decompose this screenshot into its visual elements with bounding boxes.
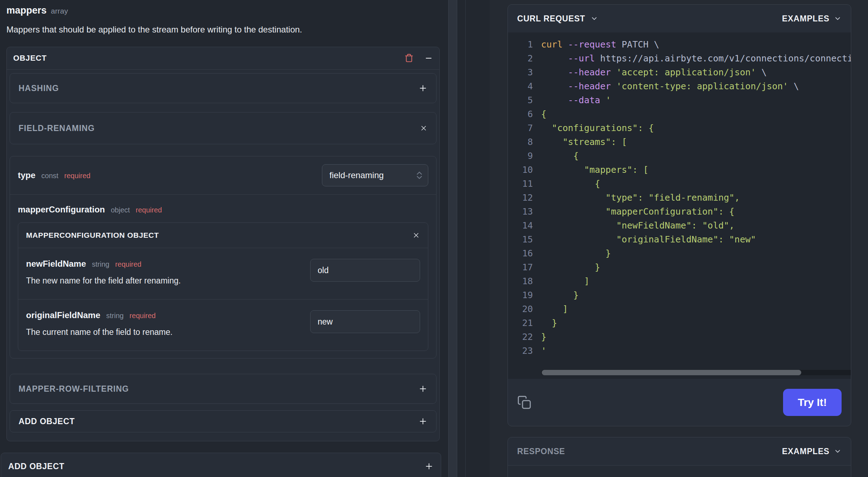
code-line: 11 { (508, 177, 851, 191)
code-line: 4 --header 'content-type: application/js… (508, 79, 851, 93)
original-field-name-input[interactable] (310, 310, 420, 333)
plus-icon (418, 384, 428, 393)
collapse-object-button[interactable] (424, 54, 433, 62)
code-line: 23' (508, 344, 851, 358)
section-mapper-row-filtering-label: MAPPER-ROW-FILTERING (19, 384, 129, 394)
mapper-configuration-card: MAPPERCONFIGURATION OBJECT newFieldName (18, 222, 428, 351)
original-field-name-kind: string (106, 312, 124, 320)
code-line: 1curl --request PATCH \ (508, 37, 851, 51)
code-line: 3 --header 'accept: application/json' \ (508, 65, 851, 79)
code-lines: 1curl --request PATCH \2 --url https://a… (508, 37, 851, 358)
field-renaming-body: type const required field-renaming (10, 156, 436, 358)
mapper-configuration-kind: object (111, 206, 130, 214)
type-field-kind: const (41, 172, 59, 180)
mapper-configuration-name: mapperConfiguration (18, 205, 105, 214)
type-field-name: type (18, 170, 35, 180)
code-block: 1curl --request PATCH \2 --url https://a… (508, 32, 851, 379)
curl-request-header: CURL REQUEST EXAMPLES (508, 5, 851, 32)
type-field-required: required (64, 172, 90, 180)
code-line: 14 "newFieldName": "old", (508, 219, 851, 232)
code-line: 16 } (508, 246, 851, 260)
code-line: 10 "mappers": [ (508, 163, 851, 177)
original-field-name-name: originalFieldName (26, 310, 100, 320)
copy-icon (517, 395, 531, 410)
chevron-down-icon (834, 447, 842, 455)
code-line: 6{ (508, 107, 851, 121)
add-object-button[interactable]: ADD OBJECT (10, 410, 436, 432)
response-body (508, 465, 851, 477)
section-field-renaming[interactable]: FIELD-RENAMING (10, 112, 436, 144)
mapper-configuration-row: mapperConfiguration object required MAPP… (10, 195, 436, 358)
plus-icon (418, 84, 428, 93)
section-field-renaming-label: FIELD-RENAMING (19, 124, 95, 133)
object-card: OBJECT HASHING (6, 47, 440, 441)
new-field-name-input[interactable] (310, 259, 420, 282)
original-field-name-required: required (130, 312, 156, 320)
chevrons-up-down-icon (416, 170, 423, 180)
mapper-configuration-card-header: MAPPERCONFIGURATION OBJECT (18, 223, 428, 248)
response-title: RESPONSE (517, 447, 565, 456)
code-line: 5 --data ' (508, 93, 851, 107)
response-header: RESPONSE EXAMPLES (508, 437, 851, 465)
mapper-configuration-required: required (136, 206, 162, 214)
request-examples-label: EXAMPLES (782, 14, 829, 24)
code-line: 7 "configurations": { (508, 121, 851, 135)
curl-request-panel: CURL REQUEST EXAMPLES 1curl --request PA… (508, 4, 851, 426)
code-line: 19 } (508, 288, 851, 302)
mapper-configuration-label: mapperConfiguration object required (18, 205, 428, 215)
code-line: 18 ] (508, 274, 851, 288)
add-object-root-button[interactable]: ADD OBJECT (1, 453, 441, 477)
original-field-name-row: originalFieldName string required The cu… (18, 300, 428, 351)
code-line: 15 "originalFieldName": "new" (508, 232, 851, 246)
horizontal-scrollbar-thumb[interactable] (542, 370, 801, 375)
original-field-name-info: originalFieldName string required The cu… (26, 310, 172, 337)
code-line: 8 "streams": [ (508, 135, 851, 149)
section-mapper-row-filtering[interactable]: MAPPER-ROW-FILTERING (10, 374, 436, 404)
new-field-name-kind: string (92, 260, 110, 268)
pane-divider (465, 0, 466, 477)
section-hashing-label: HASHING (19, 84, 59, 93)
new-field-name-required: required (115, 260, 141, 268)
section-hashing[interactable]: HASHING (10, 73, 436, 103)
curl-request-footer: Try It! (508, 379, 851, 426)
object-card-title: OBJECT (13, 54, 47, 63)
new-field-name-row: newFieldName string required The new nam… (18, 248, 428, 299)
field-name: mappers (6, 5, 47, 16)
chevron-down-icon (590, 15, 598, 22)
plus-icon (418, 417, 428, 426)
code-line: 12 "type": "field-renaming", (508, 191, 851, 205)
plus-icon (424, 462, 434, 471)
try-it-button[interactable]: Try It! (783, 389, 842, 416)
close-icon[interactable] (420, 124, 428, 132)
trash-icon (404, 54, 414, 63)
copy-button[interactable] (517, 395, 531, 410)
request-examples-dropdown[interactable]: EXAMPLES (782, 14, 842, 24)
code-line: 13 "mapperConfiguration": { (508, 205, 851, 219)
field-description: Mappers that should be applied to the st… (6, 25, 440, 35)
delete-object-button[interactable] (404, 54, 414, 63)
type-select[interactable]: field-renaming (322, 164, 428, 186)
add-object-root-label: ADD OBJECT (8, 462, 65, 471)
original-field-name-description: The current name of the field to rename. (26, 327, 172, 337)
schema-pane: mappers array Mappers that should be app… (0, 0, 448, 477)
object-card-header: OBJECT (7, 47, 439, 70)
add-object-label: ADD OBJECT (19, 417, 75, 426)
new-field-name-info: newFieldName string required The new nam… (26, 259, 181, 286)
response-examples-label: EXAMPLES (782, 447, 829, 456)
new-field-name-name: newFieldName (26, 259, 86, 268)
response-examples-dropdown[interactable]: EXAMPLES (782, 447, 842, 456)
code-line: 21 } (508, 316, 851, 330)
request-type-dropdown[interactable]: CURL REQUEST (517, 14, 598, 24)
chevron-down-icon (834, 15, 842, 22)
mapper-configuration-card-title: MAPPERCONFIGURATION OBJECT (26, 231, 159, 240)
code-line: 22} (508, 330, 851, 344)
code-line: 20 ] (508, 302, 851, 316)
request-type-label: CURL REQUEST (517, 14, 585, 24)
close-icon[interactable] (412, 231, 420, 239)
type-field-label: type const required (18, 170, 90, 180)
code-line: 9 { (508, 149, 851, 163)
response-panel: RESPONSE EXAMPLES (508, 437, 851, 477)
code-line: 17 } (508, 260, 851, 274)
vertical-scrollbar[interactable] (448, 0, 457, 477)
new-field-name-description: The new name for the field after renamin… (26, 276, 181, 286)
